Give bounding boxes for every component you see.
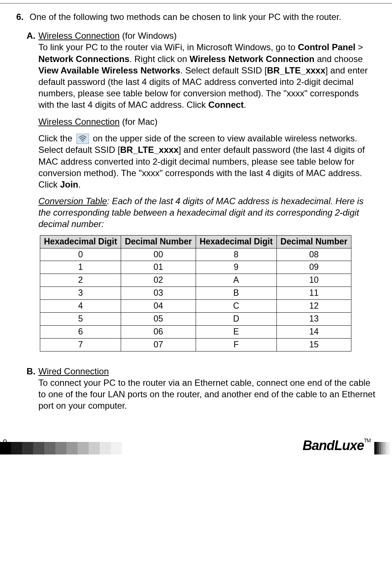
svg-point-0	[82, 141, 83, 142]
tm-mark: TM	[364, 438, 371, 443]
wireless-network-connection: Wireless Network Connection	[189, 54, 314, 64]
win-text-1: To link your PC to the router via WiFi, …	[38, 42, 298, 52]
table-cell: 13	[276, 313, 351, 326]
mac-paragraph: Click the on the upper side of the scree…	[38, 133, 376, 190]
section-a: A. Wireless Connection (for Windows) To …	[27, 30, 376, 358]
section-b-body: Wired Connection To connect your PC to t…	[38, 366, 376, 412]
view-available-networks: View Available Wireless Networks	[38, 65, 180, 75]
table-cell: E	[196, 325, 276, 338]
table-cell: D	[196, 313, 276, 326]
table-row: 505D13	[40, 313, 351, 326]
win-text-3: and choose	[314, 54, 363, 64]
table-cell: 2	[40, 274, 121, 287]
conversion-table: Hexadecimal Digit Decimal Number Hexadec…	[40, 235, 351, 351]
step-6: 6. One of the following two methods can …	[16, 11, 376, 23]
th-dec2: Decimal Number	[276, 235, 351, 248]
table-cell: 8	[196, 248, 276, 261]
table-cell: 3	[40, 287, 121, 300]
table-row: 707F15	[40, 338, 351, 351]
stripe-decoration	[374, 442, 392, 454]
step-number: 6.	[16, 11, 30, 23]
title-win-suffix: (for Windows)	[120, 31, 177, 41]
conversion-note: Conversion Table: Each of the last 4 dig…	[38, 195, 376, 230]
th-hex1: Hexadecimal Digit	[40, 235, 121, 248]
table-cell: 10	[276, 274, 351, 287]
table-cell: 1	[40, 261, 121, 274]
table-cell: 07	[121, 338, 196, 351]
table-cell: 06	[121, 325, 196, 338]
title-mac-suffix: (for Mac)	[120, 117, 158, 127]
table-cell: 9	[196, 261, 276, 274]
table-row: 606E14	[40, 325, 351, 338]
gt1: >	[355, 42, 363, 52]
win-text-4: . Select default SSID [	[180, 65, 267, 75]
grayscale-bar	[0, 442, 133, 454]
dot2: .	[78, 179, 81, 189]
table-cell: 03	[121, 287, 196, 300]
dot1: .	[244, 100, 246, 110]
mac-text-1: Click the	[38, 133, 75, 143]
section-a-body: Wireless Connection (for Windows) To lin…	[38, 30, 376, 358]
brand-logo: BandLuxeTM	[303, 437, 371, 454]
table-cell: A	[196, 274, 276, 287]
footer: 9 BandLuxeTM	[0, 437, 392, 459]
table-cell: C	[196, 300, 276, 313]
table-cell: 08	[276, 248, 351, 261]
table-cell: 5	[40, 313, 121, 326]
page-number: 9	[3, 437, 7, 447]
wifi-icon	[76, 134, 89, 144]
table-cell: 02	[121, 274, 196, 287]
page-content: 6. One of the following two methods can …	[0, 3, 392, 411]
table-cell: 00	[121, 248, 196, 261]
heading-mac: Wireless Connection (for Mac)	[38, 116, 376, 127]
network-connections: Network Connections	[38, 54, 130, 64]
brand-text: BandLuxe	[303, 438, 364, 453]
ssid-mac: BR_LTE_xxxx	[120, 145, 178, 155]
wired-title: Wired Connection	[38, 366, 109, 376]
table-cell: 15	[276, 338, 351, 351]
win-text-2: . Right click on	[130, 54, 190, 64]
table-row: 101909	[40, 261, 351, 274]
table-row: 000808	[40, 248, 351, 261]
table-cell: 01	[121, 261, 196, 274]
title-mac: Wireless Connection	[38, 117, 120, 127]
table-cell: 09	[276, 261, 351, 274]
th-dec1: Decimal Number	[121, 235, 196, 248]
table-cell: 0	[40, 248, 121, 261]
table-cell: 7	[40, 338, 121, 351]
control-panel: Control Panel	[298, 42, 355, 52]
table-cell: 12	[276, 300, 351, 313]
ssid-win: BR_LTE_xxxx	[267, 65, 325, 75]
title-win: Wireless Connection	[38, 31, 120, 41]
wired-body: To connect your PC to the router via an …	[38, 378, 375, 411]
table-cell: 6	[40, 325, 121, 338]
table-cell: 4	[40, 300, 121, 313]
table-cell: 04	[121, 300, 196, 313]
table-cell: 11	[276, 287, 351, 300]
section-a-letter: A.	[27, 30, 38, 358]
join-label: Join	[60, 179, 78, 189]
th-hex2: Hexadecimal Digit	[196, 235, 276, 248]
table-row: 202A10	[40, 274, 351, 287]
table-cell: 14	[276, 325, 351, 338]
table-cell: B	[196, 287, 276, 300]
heading-windows: Wireless Connection (for Windows) To lin…	[38, 30, 376, 110]
table-row: 404C12	[40, 300, 351, 313]
table-row: 303B11	[40, 287, 351, 300]
section-b-letter: B.	[27, 366, 38, 412]
table-cell: 05	[121, 313, 196, 326]
conv-title: Conversion Table	[38, 196, 107, 206]
table-cell: F	[196, 338, 276, 351]
section-b: B. Wired Connection To connect your PC t…	[27, 366, 376, 412]
connect-label: Connect	[208, 100, 244, 110]
step-intro: One of the following two methods can be …	[30, 11, 376, 23]
